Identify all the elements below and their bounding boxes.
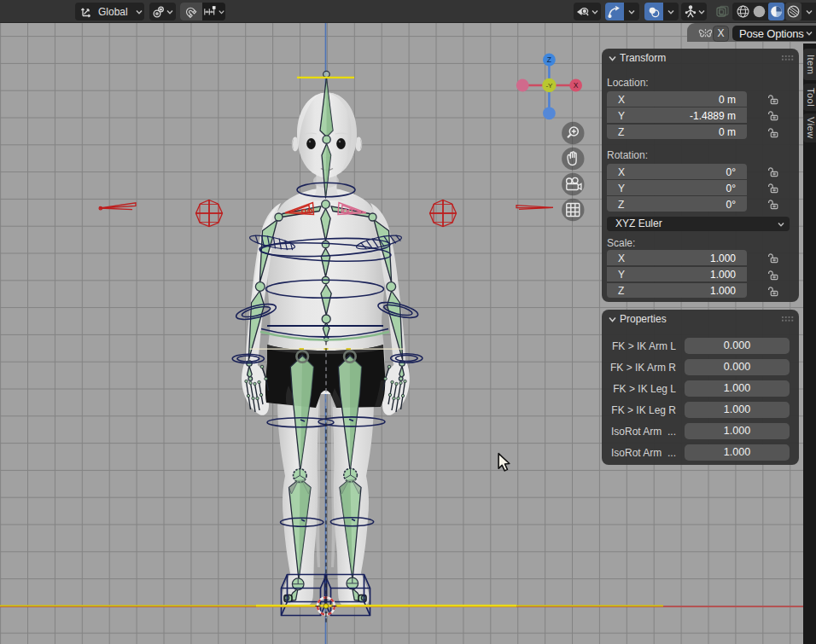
svg-text:Z: Z [547,55,551,64]
svg-text:-Y: -Y [545,82,553,90]
svg-text:X: X [574,81,579,90]
